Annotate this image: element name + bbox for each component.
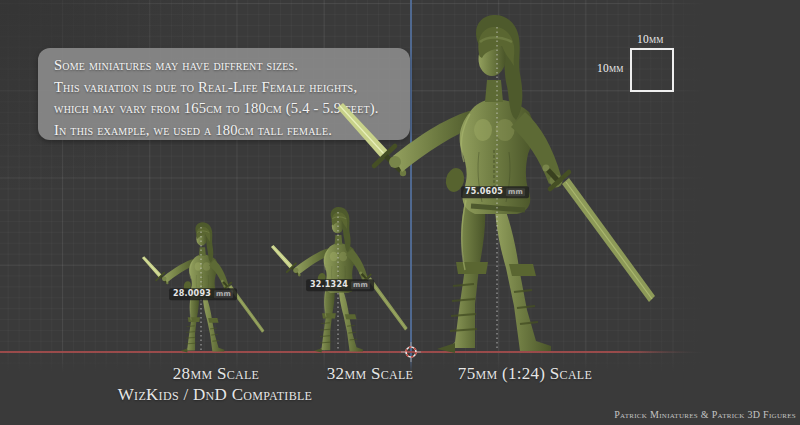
scale-sublabel-28mm: WizKids / DnD Compatible xyxy=(118,385,312,405)
footer-credit: Patrick Miniatures & Patrick 3D Figures xyxy=(614,409,796,420)
info-line-1: Some miniatures may have diffrent sizes. xyxy=(54,55,396,77)
x-axis-line xyxy=(0,351,700,353)
info-line-3: which may vary from 165cm to 180cm (5.4 … xyxy=(54,98,396,120)
reference-square-height-label: 10mm xyxy=(597,62,624,74)
scale-label-32mm: 32mm Scale xyxy=(327,364,413,384)
measurement-unit-75mm: mm xyxy=(506,188,525,196)
scale-label-75mm: 75mm (1:24) Scale xyxy=(458,364,592,384)
measurement-chip-28mm: 28.0093mm xyxy=(169,288,237,300)
measurement-value-32mm: 32.1324 xyxy=(310,280,348,289)
measurement-value-75mm: 75.0605 xyxy=(465,187,503,196)
measurement-unit-28mm: mm xyxy=(214,290,233,298)
reference-square-width-label: 10mm xyxy=(637,33,664,45)
info-line-4: In this example, we used a 180cm tall fe… xyxy=(54,120,396,142)
measurement-unit-32mm: mm xyxy=(351,281,370,289)
z-axis-line xyxy=(410,0,412,380)
measurement-value-28mm: 28.0093 xyxy=(173,289,211,298)
info-box: Some miniatures may have diffrent sizes.… xyxy=(38,48,410,140)
reference-square-10mm xyxy=(630,48,674,92)
measurement-chip-32mm: 32.1324mm xyxy=(306,279,374,291)
viewport-3d[interactable]: Some miniatures may have diffrent sizes.… xyxy=(0,0,800,425)
scale-label-28mm: 28mm Scale xyxy=(173,364,259,384)
measurement-chip-75mm: 75.0605mm xyxy=(461,186,529,198)
info-line-2: This variation is due to Real-Life Femal… xyxy=(54,77,396,99)
